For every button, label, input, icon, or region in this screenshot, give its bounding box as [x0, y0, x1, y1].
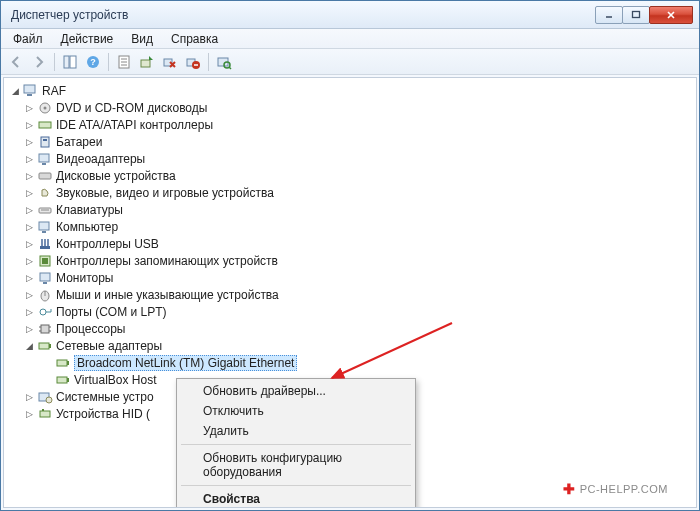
- svg-rect-6: [64, 56, 69, 68]
- window-title: Диспетчер устройств: [11, 8, 128, 22]
- tree-node[interactable]: ▷IDE ATA/ATAPI контроллеры: [6, 116, 694, 133]
- svg-line-21: [229, 67, 231, 69]
- menu-scan-hardware[interactable]: Обновить конфигурацию оборудования: [179, 448, 413, 482]
- menu-disable[interactable]: Отключить: [179, 401, 413, 421]
- expand-icon[interactable]: ▷: [24, 153, 35, 164]
- menu-help[interactable]: Справка: [163, 30, 226, 48]
- menu-properties[interactable]: Свойства: [179, 489, 413, 508]
- tree-node-label: Клавиатуры: [56, 203, 123, 217]
- device-category-icon: [37, 134, 53, 150]
- expand-icon[interactable]: ▷: [24, 272, 35, 283]
- menu-view[interactable]: Вид: [123, 30, 161, 48]
- tree-node[interactable]: ▷Контроллеры USB: [6, 235, 694, 252]
- tree-node[interactable]: ▷Контроллеры запоминающих устройств: [6, 252, 694, 269]
- menu-action[interactable]: Действие: [53, 30, 122, 48]
- minimize-button[interactable]: [595, 6, 623, 24]
- expand-icon[interactable]: ▷: [24, 102, 35, 113]
- update-driver-button[interactable]: [136, 52, 158, 72]
- watermark-text: PC-HELPP.COM: [580, 483, 668, 495]
- expand-icon[interactable]: ▷: [24, 204, 35, 215]
- expand-icon[interactable]: ▷: [24, 323, 35, 334]
- tree-node-label: Процессоры: [56, 322, 126, 336]
- expand-icon[interactable]: ▷: [24, 238, 35, 249]
- expand-icon[interactable]: ▷: [24, 306, 35, 317]
- tree-node[interactable]: ▷Мониторы: [6, 269, 694, 286]
- device-category-icon: [37, 270, 53, 286]
- svg-rect-7: [70, 56, 76, 68]
- computer-icon: [23, 83, 39, 99]
- expand-icon[interactable]: ▷: [24, 255, 35, 266]
- tree-node[interactable]: ▷Батареи: [6, 133, 694, 150]
- forward-button[interactable]: [28, 52, 50, 72]
- help-button[interactable]: ?: [82, 52, 104, 72]
- svg-rect-14: [141, 60, 150, 67]
- maximize-button[interactable]: [622, 6, 650, 24]
- expand-icon[interactable]: ▷: [24, 136, 35, 147]
- expand-icon[interactable]: ▷: [24, 289, 35, 300]
- svg-rect-49: [39, 343, 49, 349]
- tree-node[interactable]: ▷Дисковые устройства: [6, 167, 694, 184]
- toolbar-separator: [208, 53, 209, 71]
- expand-icon[interactable]: ▷: [24, 170, 35, 181]
- svg-rect-34: [39, 222, 49, 230]
- uninstall-button[interactable]: [182, 52, 204, 72]
- svg-rect-40: [43, 282, 47, 284]
- tree-node[interactable]: ▷Порты (COM и LPT): [6, 303, 694, 320]
- collapse-icon[interactable]: ◢: [10, 85, 21, 96]
- svg-rect-22: [24, 85, 35, 93]
- tree-node[interactable]: ▷Звуковые, видео и игровые устройства: [6, 184, 694, 201]
- device-tree-panel: ◢ RAF ▷DVD и CD-ROM дисководы▷IDE ATA/AT…: [3, 77, 697, 508]
- svg-rect-52: [67, 361, 69, 365]
- svg-rect-28: [43, 139, 47, 141]
- svg-point-25: [44, 106, 47, 109]
- tree-node[interactable]: ▷Процессоры: [6, 320, 694, 337]
- tree-node[interactable]: ▷Мыши и иные указывающие устройства: [6, 286, 694, 303]
- menu-uninstall[interactable]: Удалить: [179, 421, 413, 441]
- tree-node-label: IDE ATA/ATAPI контроллеры: [56, 118, 213, 132]
- close-button[interactable]: [649, 6, 693, 24]
- network-adapter-icon: [55, 372, 71, 388]
- expand-icon[interactable]: ▷: [24, 119, 35, 130]
- scan-hardware-button[interactable]: [213, 52, 235, 72]
- device-category-icon: [37, 321, 53, 337]
- selected-device-label: Broadcom NetLink (TM) Gigabit Ethernet: [74, 355, 297, 371]
- expand-icon[interactable]: ▷: [24, 187, 35, 198]
- svg-rect-54: [67, 378, 69, 382]
- device-manager-window: Диспетчер устройств Файл Действие Вид Сп…: [0, 0, 700, 511]
- svg-rect-53: [57, 377, 67, 383]
- menu-update-drivers[interactable]: Обновить драйверы...: [179, 381, 413, 401]
- back-button[interactable]: [5, 52, 27, 72]
- tree-node[interactable]: ▷Видеоадаптеры: [6, 150, 694, 167]
- device-category-icon: [37, 253, 53, 269]
- menu-separator: [181, 444, 411, 445]
- svg-rect-50: [49, 344, 51, 348]
- tree-node-network[interactable]: ◢ Сетевые адаптеры: [6, 337, 694, 354]
- tree-node-label: DVD и CD-ROM дисководы: [56, 101, 207, 115]
- tree-node[interactable]: ▷DVD и CD-ROM дисководы: [6, 99, 694, 116]
- collapse-icon[interactable]: ◢: [24, 340, 35, 351]
- network-adapter-icon: [55, 355, 71, 371]
- svg-rect-44: [41, 325, 49, 333]
- show-hide-tree-button[interactable]: [59, 52, 81, 72]
- tree-leaf-broadcom[interactable]: Broadcom NetLink (TM) Gigabit Ethernet: [6, 354, 694, 371]
- tree-node[interactable]: ▷Компьютер: [6, 218, 694, 235]
- device-tree[interactable]: ◢ RAF ▷DVD и CD-ROM дисководы▷IDE ATA/AT…: [4, 78, 696, 426]
- expand-icon[interactable]: ▷: [24, 221, 35, 232]
- tree-root[interactable]: ◢ RAF: [6, 82, 694, 99]
- svg-rect-23: [27, 94, 32, 96]
- device-category-icon: [37, 304, 53, 320]
- svg-rect-29: [39, 154, 49, 162]
- expand-icon[interactable]: ▷: [24, 408, 35, 419]
- disable-button[interactable]: [159, 52, 181, 72]
- tree-node[interactable]: ▷Клавиатуры: [6, 201, 694, 218]
- properties-button[interactable]: [113, 52, 135, 72]
- toolbar-separator: [108, 53, 109, 71]
- menu-file[interactable]: Файл: [5, 30, 51, 48]
- tree-node-label: Порты (COM и LPT): [56, 305, 167, 319]
- tree-node-label: Звуковые, видео и игровые устройства: [56, 186, 274, 200]
- svg-rect-51: [57, 360, 67, 366]
- device-category-icon: [37, 236, 53, 252]
- expand-icon[interactable]: ▷: [24, 391, 35, 402]
- tree-node-label: Мониторы: [56, 271, 113, 285]
- device-category-icon: [37, 151, 53, 167]
